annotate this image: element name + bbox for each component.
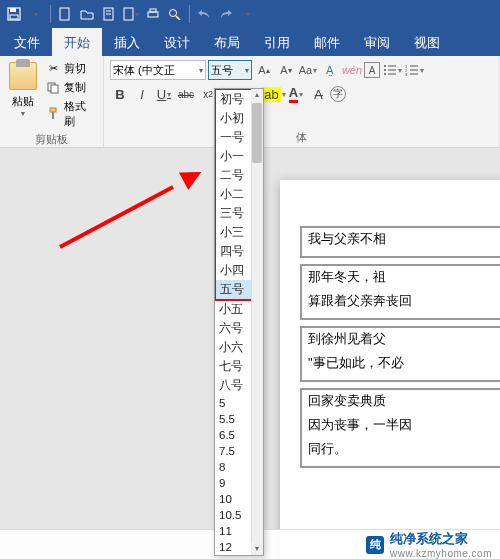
enclose-char-button[interactable]: 字: [330, 86, 346, 102]
paste-label: 粘贴: [12, 94, 34, 109]
watermark-logo-icon: 纯: [366, 536, 384, 554]
char-shading-button[interactable]: A̶: [308, 84, 328, 104]
watermark-url: www.kzmyhome.com: [390, 548, 492, 559]
document-page: 我与父亲不相 那年冬天，祖 算跟着父亲奔丧回 到徐州见着父 "事已如此，不必 回…: [280, 180, 500, 559]
text-line: 到徐州见着父: [308, 330, 500, 348]
tab-design[interactable]: 设计: [152, 28, 202, 56]
print-icon[interactable]: [143, 4, 163, 24]
menubar: 文件 开始 插入 设计 布局 引用 邮件 审阅 视图: [0, 28, 500, 56]
tab-insert[interactable]: 插入: [102, 28, 152, 56]
svg-rect-14: [50, 108, 56, 112]
text-block: 那年冬天，祖 算跟着父亲奔丧回: [300, 264, 500, 320]
svg-rect-7: [124, 8, 133, 20]
tab-mailings[interactable]: 邮件: [302, 28, 352, 56]
tab-home[interactable]: 开始: [52, 28, 102, 56]
chevron-down-icon: ▾: [199, 66, 203, 75]
watermark-brand: 纯净系统之家: [390, 530, 492, 548]
separator: [50, 5, 51, 23]
change-case-button[interactable]: Aa▾: [298, 60, 318, 80]
copy-icon: [46, 81, 60, 95]
svg-rect-2: [10, 15, 18, 19]
dropdown-scrollbar[interactable]: ▴ ▾: [251, 89, 263, 555]
cut-button[interactable]: ✂剪切: [44, 60, 97, 77]
open-icon[interactable]: [77, 4, 97, 24]
quick-access-toolbar: ▾ ▾ ▾: [0, 0, 500, 28]
clipboard-group: 粘贴 ▾ ✂剪切 复制 格式刷 剪贴板: [0, 56, 104, 147]
tab-view[interactable]: 视图: [402, 28, 452, 56]
doc-icon[interactable]: [99, 4, 119, 24]
text-line: 回家变卖典质: [308, 392, 500, 410]
scroll-down-icon[interactable]: ▾: [251, 543, 263, 555]
strike-button[interactable]: abc: [176, 84, 196, 104]
clipboard-group-label: 剪贴板: [6, 130, 97, 147]
text-block: 到徐州见着父 "事已如此，不必: [300, 326, 500, 382]
svg-rect-1: [10, 8, 16, 12]
tab-review[interactable]: 审阅: [352, 28, 402, 56]
svg-point-16: [384, 65, 386, 67]
italic-button[interactable]: I: [132, 84, 152, 104]
text-line: 因为丧事，一半因: [308, 416, 500, 434]
scissors-icon: ✂: [46, 62, 60, 76]
separator: [189, 5, 190, 23]
svg-line-11: [176, 16, 180, 20]
redo-icon[interactable]: [216, 4, 236, 24]
qat-more-icon[interactable]: ▾: [238, 4, 258, 24]
chevron-down-icon: ▾: [21, 109, 25, 118]
font-group: 宋体 (中文正▾ 五号▾ A▴ A▾ Aa▾ A̤ wén A ▾ 123▾ B…: [104, 56, 500, 147]
char-border-button[interactable]: A: [364, 62, 380, 78]
shrink-font-button[interactable]: A▾: [276, 60, 296, 80]
text-line: 那年冬天，祖: [308, 268, 500, 286]
save-icon[interactable]: [4, 4, 24, 24]
svg-rect-8: [148, 12, 158, 17]
scroll-up-icon[interactable]: ▴: [251, 89, 263, 101]
text-block: 回家变卖典质 因为丧事，一半因 同行。: [300, 388, 500, 468]
phonetic-guide-button[interactable]: A̤: [320, 60, 340, 80]
svg-point-10: [170, 10, 177, 17]
new-doc-icon[interactable]: [55, 4, 75, 24]
font-size-dropdown: 初号 小初 一号 小一 二号 小二 三号 小三 四号 小四 五号 小五 六号 小…: [214, 88, 264, 556]
text-line: 同行。: [308, 440, 500, 458]
tab-layout[interactable]: 布局: [202, 28, 252, 56]
text-line: 算跟着父亲奔丧回: [308, 292, 500, 310]
font-size-combo[interactable]: 五号▾: [208, 60, 252, 80]
preview-icon[interactable]: [165, 4, 185, 24]
clear-format-button[interactable]: wén: [342, 60, 362, 80]
numbering-button[interactable]: 123▾: [404, 60, 424, 80]
chevron-down-icon: ▾: [245, 66, 249, 75]
svg-rect-13: [51, 85, 58, 93]
scrollbar-thumb[interactable]: [252, 103, 262, 163]
underline-button[interactable]: U▾: [154, 84, 174, 104]
qat-arrow-icon[interactable]: ▾: [26, 4, 46, 24]
svg-text:3: 3: [405, 72, 408, 76]
text-line: "事已如此，不必: [308, 354, 500, 372]
size-option[interactable]: 14: [215, 555, 263, 556]
highlight-button[interactable]: ab▾: [264, 84, 284, 104]
tab-references[interactable]: 引用: [252, 28, 302, 56]
brush-icon: [46, 107, 59, 121]
bold-button[interactable]: B: [110, 84, 130, 104]
font-color-button[interactable]: A▾: [286, 84, 306, 104]
svg-rect-9: [150, 9, 156, 12]
svg-rect-15: [52, 112, 54, 119]
text-block: 我与父亲不相: [300, 226, 500, 258]
svg-rect-3: [60, 8, 69, 20]
svg-point-20: [384, 73, 386, 75]
format-painter-button[interactable]: 格式刷: [44, 98, 97, 130]
grow-font-button[interactable]: A▴: [254, 60, 274, 80]
copy-button[interactable]: 复制: [44, 79, 97, 96]
font-name-combo[interactable]: 宋体 (中文正▾: [110, 60, 206, 80]
doc2-icon[interactable]: ▾: [121, 4, 141, 24]
bullets-button[interactable]: ▾: [382, 60, 402, 80]
tab-file[interactable]: 文件: [2, 28, 52, 56]
paste-icon: [9, 62, 37, 90]
svg-point-18: [384, 69, 386, 71]
undo-icon[interactable]: [194, 4, 214, 24]
paste-button[interactable]: 粘贴 ▾: [6, 60, 40, 130]
text-line: 我与父亲不相: [308, 230, 500, 248]
font-group-label: 体: [110, 128, 493, 145]
